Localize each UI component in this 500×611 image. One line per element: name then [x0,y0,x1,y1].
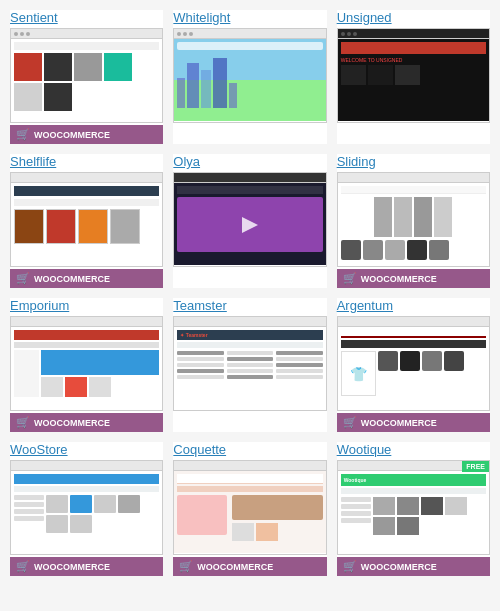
teamster-logo: ✦ Teamster [180,332,207,338]
woo-badge-wootique: 🛒 WOOCOMMERCE [337,557,490,576]
theme-grid: Sentient 🛒 WOOCOMMERCE [10,10,490,576]
theme-preview-sliding [337,172,490,267]
theme-preview-unsigned: WELCOME TO UNSIGNED [337,28,490,123]
cart-icon: 🛒 [343,272,357,285]
woo-label: WOOCOMMERCE [361,418,437,428]
theme-link-coquette[interactable]: Coquette [173,442,326,457]
woo-label: WOOCOMMERCE [197,562,273,572]
theme-item-teamster: Teamster ✦ Teamster [173,298,326,432]
woo-badge-woostore: 🛒 WOOCOMMERCE [10,557,163,576]
theme-link-sentient[interactable]: Sentient [10,10,163,25]
theme-preview-woostore [10,460,163,555]
theme-preview-whitelight [173,28,326,123]
theme-preview-olya [173,172,326,267]
theme-preview-sentient [10,28,163,123]
theme-link-teamster[interactable]: Teamster [173,298,326,313]
woo-badge-coquette: 🛒 WOOCOMMERCE [173,557,326,576]
theme-link-shelflife[interactable]: Shelflife [10,154,163,169]
wootique-logo: Wootique [344,477,367,483]
tshirt-icon: 👕 [350,366,367,382]
theme-item-argentum: Argentum 👕 🛒 [337,298,490,432]
cart-icon: 🛒 [16,272,30,285]
theme-item-sentient: Sentient 🛒 WOOCOMMERCE [10,10,163,144]
woo-badge-emporium: 🛒 WOOCOMMERCE [10,413,163,432]
theme-item-shelflife: Shelflife 🛒 WOOCOMMERCE [10,154,163,288]
theme-preview-emporium [10,316,163,411]
theme-link-unsigned[interactable]: Unsigned [337,10,490,25]
free-badge: FREE [462,461,489,472]
theme-link-sliding[interactable]: Sliding [337,154,490,169]
theme-link-wootique[interactable]: Wootique [337,442,490,457]
cart-icon: 🛒 [16,128,30,141]
theme-item-emporium: Emporium [10,298,163,432]
theme-link-argentum[interactable]: Argentum [337,298,490,313]
theme-preview-wootique: Wootique [337,460,490,555]
cart-icon: 🛒 [16,560,30,573]
woo-label: WOOCOMMERCE [34,274,110,284]
cart-icon: 🛒 [343,416,357,429]
cart-icon: 🛒 [343,560,357,573]
theme-preview-shelflife [10,172,163,267]
theme-link-woostore[interactable]: WooStore [10,442,163,457]
woo-badge-shelflife: 🛒 WOOCOMMERCE [10,269,163,288]
theme-item-sliding: Sliding 🛒 [337,154,490,288]
cart-icon: 🛒 [179,560,193,573]
theme-link-emporium[interactable]: Emporium [10,298,163,313]
theme-item-whitelight: Whitelight [173,10,326,144]
theme-preview-argentum: 👕 [337,316,490,411]
woo-badge-sentient: 🛒 WOOCOMMERCE [10,125,163,144]
theme-link-olya[interactable]: Olya [173,154,326,169]
woo-label: WOOCOMMERCE [34,562,110,572]
theme-item-olya: Olya [173,154,326,288]
woo-badge-sliding: 🛒 WOOCOMMERCE [337,269,490,288]
theme-item-coquette: Coquette 🛒 WO [173,442,326,576]
theme-item-woostore: WooStore [10,442,163,576]
cart-icon: 🛒 [16,416,30,429]
theme-preview-teamster: ✦ Teamster [173,316,326,411]
woo-label: WOOCOMMERCE [34,418,110,428]
woo-label: WOOCOMMERCE [361,562,437,572]
theme-link-whitelight[interactable]: Whitelight [173,10,326,25]
theme-item-wootique: Wootique Wootique [337,442,490,576]
woo-label: WOOCOMMERCE [361,274,437,284]
theme-item-unsigned: Unsigned WELCOME TO UNSIGNED [337,10,490,144]
woo-label: WOOCOMMERCE [34,130,110,140]
theme-preview-coquette [173,460,326,555]
woo-badge-argentum: 🛒 WOOCOMMERCE [337,413,490,432]
